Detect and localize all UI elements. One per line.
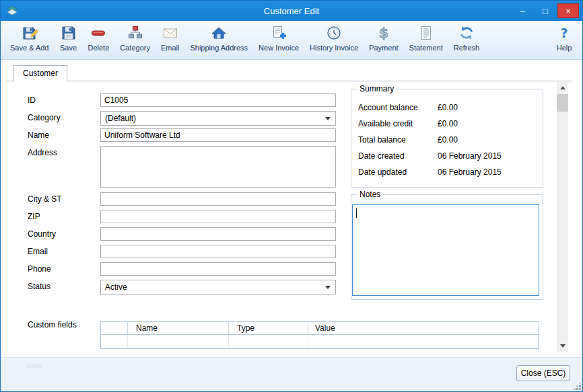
toolbar-label: Category — [120, 44, 150, 52]
address-field[interactable] — [100, 146, 336, 188]
toolbar-payment-button[interactable]: $ Payment — [364, 23, 403, 58]
triangle-down-icon — [560, 344, 565, 348]
notes-group: Notes — [351, 194, 543, 300]
toolbar-new-invoice-button[interactable]: New Invoice — [253, 23, 304, 58]
customer-edit-window: Customer Edit – □ × Save & Add — [0, 0, 583, 392]
toolbar-help-button[interactable]: ? Help — [550, 23, 578, 58]
svg-text:?: ? — [560, 26, 568, 40]
toolbar-shipping-address-button[interactable]: Shipping Address — [184, 23, 253, 58]
customer-tab-page: Customer ID Category (Default) Name Addr… — [1, 60, 583, 357]
account-balance-label: Account balance — [358, 103, 418, 112]
name-field[interactable] — [100, 128, 336, 142]
email-icon — [162, 24, 179, 42]
watermark: blog — [26, 361, 42, 369]
scroll-down-button[interactable] — [557, 340, 568, 352]
city-st-field[interactable] — [100, 192, 336, 206]
email-field[interactable] — [100, 245, 336, 258]
table-row[interactable] — [101, 335, 539, 348]
shipping-address-icon — [210, 24, 228, 42]
summary-group: Summary Account balance £0.00 Available … — [351, 89, 543, 188]
tab-customer[interactable]: Customer — [13, 65, 67, 81]
statement-icon — [417, 24, 435, 42]
toolbar-save-button[interactable]: Save — [55, 23, 83, 58]
date-updated-label: Date updated — [358, 167, 407, 177]
city-st-label: City & ST — [28, 194, 62, 204]
toolbar-email-button[interactable]: Email — [156, 23, 185, 58]
toolbar-label: Refresh — [454, 44, 480, 52]
toolbar-label: Statement — [409, 44, 443, 52]
country-label: Country — [28, 229, 56, 239]
total-balance-value: £0.00 — [438, 135, 458, 145]
date-updated-value: 06 February 2015 — [438, 167, 502, 177]
custom-fields-table[interactable]: Name Type Value — [100, 321, 539, 349]
toolbar-refresh-button[interactable]: Refresh — [448, 23, 485, 58]
window-title: Customer Edit — [1, 6, 582, 16]
summary-title: Summary — [357, 84, 397, 93]
account-balance-value: £0.00 — [438, 103, 458, 112]
header-cell-name: Name — [128, 322, 229, 334]
new-invoice-icon — [270, 24, 287, 42]
help-icon: ? — [555, 24, 573, 42]
close-icon[interactable]: × — [557, 3, 579, 18]
toolbar-label: Email — [161, 44, 180, 52]
toolbar-delete-button[interactable]: Delete — [83, 23, 115, 58]
toolbar-label: Save — [60, 44, 77, 52]
id-field[interactable] — [100, 93, 336, 107]
status-selected-value: Active — [105, 282, 127, 292]
delete-icon — [90, 24, 107, 42]
vertical-scrollbar[interactable] — [557, 82, 568, 352]
svg-text:$: $ — [379, 25, 388, 41]
toolbar-category-button[interactable]: Category — [114, 23, 156, 58]
name-label: Name — [28, 130, 49, 140]
category-icon — [127, 24, 144, 42]
minimize-button[interactable]: – — [512, 3, 533, 18]
country-field[interactable] — [100, 227, 336, 241]
triangle-up-icon — [560, 86, 565, 89]
header-cell-blank — [101, 322, 128, 334]
toolbar-history-invoice-button[interactable]: History Invoice — [304, 23, 364, 58]
payment-icon: $ — [375, 24, 392, 42]
available-credit-value: £0.00 — [438, 119, 458, 128]
phone-field[interactable] — [100, 262, 336, 276]
maximize-button[interactable]: □ — [535, 3, 556, 18]
toolbar-label: History Invoice — [310, 44, 358, 52]
status-select[interactable]: Active — [100, 280, 336, 295]
chevron-down-icon — [325, 286, 331, 289]
toolbar-label: Save & Add — [10, 44, 49, 52]
scrollbar-thumb[interactable] — [557, 94, 568, 112]
tab-divider — [6, 81, 572, 81]
resize-grip[interactable] — [573, 382, 581, 390]
date-created-value: 06 February 2015 — [438, 151, 502, 161]
custom-fields-header-row: Name Type Value — [101, 322, 539, 335]
toolbar: Save & Add Save Delete — [1, 21, 582, 60]
footer: blog Close (ESC) — [1, 357, 583, 392]
custom-fields-label: Custom fields — [28, 320, 77, 329]
text-caret — [356, 208, 357, 218]
zip-field[interactable] — [100, 210, 336, 223]
toolbar-label: Help — [557, 44, 572, 52]
history-invoice-icon — [325, 24, 343, 42]
scroll-up-button[interactable] — [557, 82, 568, 93]
header-cell-value: Value — [308, 322, 539, 334]
toolbar-statement-button[interactable]: Statement — [404, 23, 448, 58]
toolbar-label: Shipping Address — [190, 44, 248, 52]
notes-field[interactable] — [352, 204, 539, 296]
toolbar-label: New Invoice — [259, 44, 299, 52]
toolbar-label: Payment — [369, 44, 398, 52]
category-select[interactable]: (Default) — [100, 111, 336, 126]
phone-label: Phone — [28, 264, 51, 274]
header-cell-type: Type — [229, 322, 308, 334]
status-label: Status — [28, 282, 50, 291]
date-created-label: Date created — [358, 151, 405, 161]
toolbar-save-add-button[interactable]: Save & Add — [5, 23, 55, 58]
save-add-icon — [21, 24, 38, 42]
chevron-down-icon — [325, 117, 331, 120]
id-label: ID — [28, 95, 36, 105]
category-selected-value: (Default) — [105, 114, 136, 123]
titlebar[interactable]: Customer Edit – □ × — [1, 1, 582, 21]
notes-title: Notes — [357, 190, 383, 199]
email-label: Email — [28, 247, 48, 256]
total-balance-label: Total balance — [358, 135, 406, 145]
category-label: Category — [28, 113, 61, 122]
close-esc-button[interactable]: Close (ESC) — [516, 365, 570, 381]
